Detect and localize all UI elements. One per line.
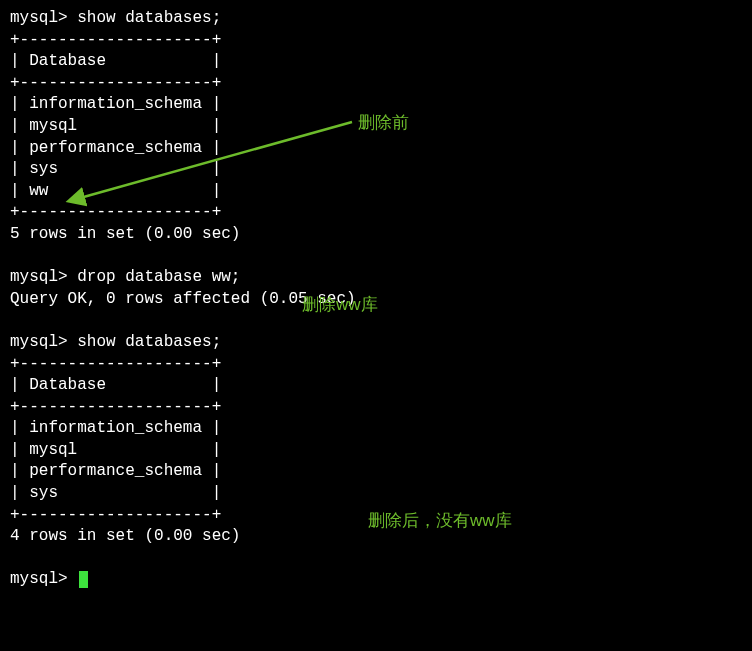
command-show-2: show databases; (77, 333, 221, 351)
annotation-after: 删除后，没有ww库 (368, 510, 512, 533)
table-row: | performance_schema | (10, 461, 742, 483)
table-sep: +--------------------+ (10, 30, 742, 52)
table-header: | Database | (10, 51, 742, 73)
table-row: | sys | (10, 159, 742, 181)
table-row: | performance_schema | (10, 138, 742, 160)
command-drop: drop database ww; (77, 268, 240, 286)
annotation-before: 删除前 (358, 112, 409, 135)
prompt-line-1: mysql> show databases; (10, 8, 742, 30)
table-sep: +--------------------+ (10, 202, 742, 224)
prompt: mysql> (10, 9, 68, 27)
annotation-drop: 删除ww库 (302, 294, 378, 317)
prompt: mysql> (10, 268, 68, 286)
command-show-1: show databases; (77, 9, 221, 27)
cursor-icon (79, 571, 88, 588)
prompt: mysql> (10, 333, 68, 351)
table-row: | ww | (10, 181, 742, 203)
table-sep: +--------------------+ (10, 397, 742, 419)
blank-line (10, 548, 742, 570)
prompt-line-4[interactable]: mysql> (10, 569, 742, 591)
table-row: | information_schema | (10, 418, 742, 440)
table-row: | mysql | (10, 440, 742, 462)
result-line: 5 rows in set (0.00 sec) (10, 224, 742, 246)
prompt: mysql> (10, 570, 68, 588)
prompt-line-3: mysql> show databases; (10, 332, 742, 354)
table-row: | sys | (10, 483, 742, 505)
table-sep: +--------------------+ (10, 354, 742, 376)
table-header: | Database | (10, 375, 742, 397)
blank-line (10, 246, 742, 268)
table-sep: +--------------------+ (10, 73, 742, 95)
prompt-line-2: mysql> drop database ww; (10, 267, 742, 289)
